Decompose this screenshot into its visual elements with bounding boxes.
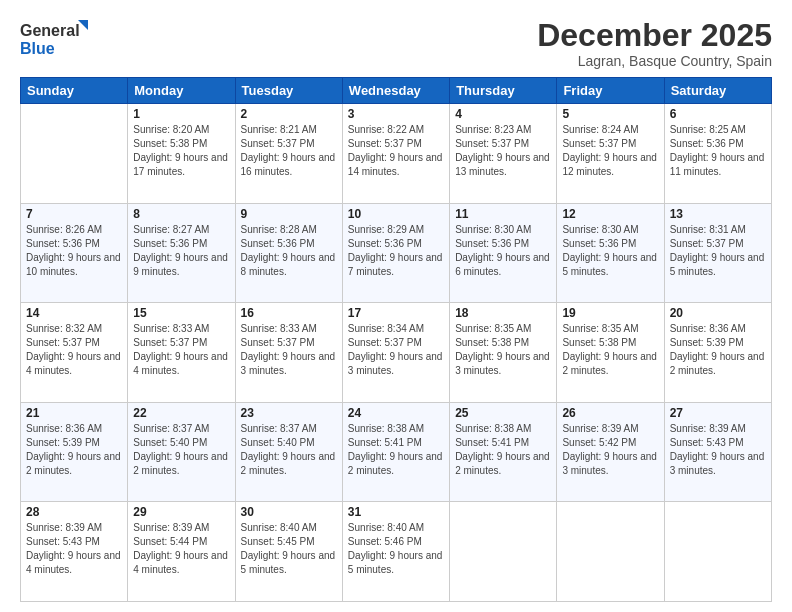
cell-content: Sunrise: 8:33 AMSunset: 5:37 PMDaylight:…	[133, 322, 229, 378]
calendar-cell: 25Sunrise: 8:38 AMSunset: 5:41 PMDayligh…	[450, 402, 557, 502]
day-number: 3	[348, 107, 444, 121]
calendar-cell: 2Sunrise: 8:21 AMSunset: 5:37 PMDaylight…	[235, 104, 342, 204]
cell-content: Sunrise: 8:39 AMSunset: 5:43 PMDaylight:…	[670, 422, 766, 478]
calendar-cell: 27Sunrise: 8:39 AMSunset: 5:43 PMDayligh…	[664, 402, 771, 502]
svg-text:General: General	[20, 22, 80, 39]
page: GeneralBlue December 2025 Lagran, Basque…	[0, 0, 792, 612]
calendar-cell: 10Sunrise: 8:29 AMSunset: 5:36 PMDayligh…	[342, 203, 449, 303]
calendar-cell: 19Sunrise: 8:35 AMSunset: 5:38 PMDayligh…	[557, 303, 664, 403]
day-number: 1	[133, 107, 229, 121]
cell-content: Sunrise: 8:32 AMSunset: 5:37 PMDaylight:…	[26, 322, 122, 378]
header-day: Saturday	[664, 78, 771, 104]
calendar-cell: 9Sunrise: 8:28 AMSunset: 5:36 PMDaylight…	[235, 203, 342, 303]
week-row: 1Sunrise: 8:20 AMSunset: 5:38 PMDaylight…	[21, 104, 772, 204]
calendar-cell: 7Sunrise: 8:26 AMSunset: 5:36 PMDaylight…	[21, 203, 128, 303]
day-number: 12	[562, 207, 658, 221]
day-number: 25	[455, 406, 551, 420]
day-number: 22	[133, 406, 229, 420]
calendar-cell: 5Sunrise: 8:24 AMSunset: 5:37 PMDaylight…	[557, 104, 664, 204]
calendar-cell: 11Sunrise: 8:30 AMSunset: 5:36 PMDayligh…	[450, 203, 557, 303]
cell-content: Sunrise: 8:26 AMSunset: 5:36 PMDaylight:…	[26, 223, 122, 279]
calendar-cell	[557, 502, 664, 602]
day-number: 20	[670, 306, 766, 320]
day-number: 24	[348, 406, 444, 420]
cell-content: Sunrise: 8:24 AMSunset: 5:37 PMDaylight:…	[562, 123, 658, 179]
cell-content: Sunrise: 8:40 AMSunset: 5:46 PMDaylight:…	[348, 521, 444, 577]
calendar-cell	[450, 502, 557, 602]
cell-content: Sunrise: 8:38 AMSunset: 5:41 PMDaylight:…	[455, 422, 551, 478]
day-number: 11	[455, 207, 551, 221]
calendar-cell: 16Sunrise: 8:33 AMSunset: 5:37 PMDayligh…	[235, 303, 342, 403]
day-number: 7	[26, 207, 122, 221]
calendar-cell: 23Sunrise: 8:37 AMSunset: 5:40 PMDayligh…	[235, 402, 342, 502]
header-day: Wednesday	[342, 78, 449, 104]
header-day: Sunday	[21, 78, 128, 104]
cell-content: Sunrise: 8:35 AMSunset: 5:38 PMDaylight:…	[562, 322, 658, 378]
logo-svg: GeneralBlue	[20, 18, 90, 58]
header-day: Friday	[557, 78, 664, 104]
cell-content: Sunrise: 8:30 AMSunset: 5:36 PMDaylight:…	[562, 223, 658, 279]
day-number: 10	[348, 207, 444, 221]
cell-content: Sunrise: 8:23 AMSunset: 5:37 PMDaylight:…	[455, 123, 551, 179]
header-row: SundayMondayTuesdayWednesdayThursdayFrid…	[21, 78, 772, 104]
day-number: 21	[26, 406, 122, 420]
calendar-cell: 17Sunrise: 8:34 AMSunset: 5:37 PMDayligh…	[342, 303, 449, 403]
calendar-cell: 26Sunrise: 8:39 AMSunset: 5:42 PMDayligh…	[557, 402, 664, 502]
header-day: Thursday	[450, 78, 557, 104]
location: Lagran, Basque Country, Spain	[537, 53, 772, 69]
day-number: 9	[241, 207, 337, 221]
day-number: 15	[133, 306, 229, 320]
cell-content: Sunrise: 8:21 AMSunset: 5:37 PMDaylight:…	[241, 123, 337, 179]
calendar-cell: 13Sunrise: 8:31 AMSunset: 5:37 PMDayligh…	[664, 203, 771, 303]
day-number: 27	[670, 406, 766, 420]
calendar-cell: 21Sunrise: 8:36 AMSunset: 5:39 PMDayligh…	[21, 402, 128, 502]
cell-content: Sunrise: 8:39 AMSunset: 5:44 PMDaylight:…	[133, 521, 229, 577]
day-number: 2	[241, 107, 337, 121]
month-title: December 2025	[537, 18, 772, 53]
header-day: Tuesday	[235, 78, 342, 104]
calendar: SundayMondayTuesdayWednesdayThursdayFrid…	[20, 77, 772, 602]
day-number: 6	[670, 107, 766, 121]
day-number: 16	[241, 306, 337, 320]
cell-content: Sunrise: 8:31 AMSunset: 5:37 PMDaylight:…	[670, 223, 766, 279]
day-number: 14	[26, 306, 122, 320]
calendar-cell: 4Sunrise: 8:23 AMSunset: 5:37 PMDaylight…	[450, 104, 557, 204]
calendar-cell: 3Sunrise: 8:22 AMSunset: 5:37 PMDaylight…	[342, 104, 449, 204]
calendar-cell	[21, 104, 128, 204]
cell-content: Sunrise: 8:36 AMSunset: 5:39 PMDaylight:…	[670, 322, 766, 378]
week-row: 28Sunrise: 8:39 AMSunset: 5:43 PMDayligh…	[21, 502, 772, 602]
week-row: 7Sunrise: 8:26 AMSunset: 5:36 PMDaylight…	[21, 203, 772, 303]
cell-content: Sunrise: 8:33 AMSunset: 5:37 PMDaylight:…	[241, 322, 337, 378]
svg-text:Blue: Blue	[20, 40, 55, 57]
header: GeneralBlue December 2025 Lagran, Basque…	[20, 18, 772, 69]
calendar-cell	[664, 502, 771, 602]
cell-content: Sunrise: 8:28 AMSunset: 5:36 PMDaylight:…	[241, 223, 337, 279]
day-number: 8	[133, 207, 229, 221]
cell-content: Sunrise: 8:40 AMSunset: 5:45 PMDaylight:…	[241, 521, 337, 577]
day-number: 18	[455, 306, 551, 320]
day-number: 30	[241, 505, 337, 519]
cell-content: Sunrise: 8:29 AMSunset: 5:36 PMDaylight:…	[348, 223, 444, 279]
cell-content: Sunrise: 8:22 AMSunset: 5:37 PMDaylight:…	[348, 123, 444, 179]
week-row: 21Sunrise: 8:36 AMSunset: 5:39 PMDayligh…	[21, 402, 772, 502]
day-number: 19	[562, 306, 658, 320]
calendar-cell: 24Sunrise: 8:38 AMSunset: 5:41 PMDayligh…	[342, 402, 449, 502]
calendar-cell: 12Sunrise: 8:30 AMSunset: 5:36 PMDayligh…	[557, 203, 664, 303]
day-number: 4	[455, 107, 551, 121]
calendar-cell: 20Sunrise: 8:36 AMSunset: 5:39 PMDayligh…	[664, 303, 771, 403]
cell-content: Sunrise: 8:20 AMSunset: 5:38 PMDaylight:…	[133, 123, 229, 179]
cell-content: Sunrise: 8:25 AMSunset: 5:36 PMDaylight:…	[670, 123, 766, 179]
calendar-cell: 6Sunrise: 8:25 AMSunset: 5:36 PMDaylight…	[664, 104, 771, 204]
cell-content: Sunrise: 8:39 AMSunset: 5:43 PMDaylight:…	[26, 521, 122, 577]
calendar-cell: 1Sunrise: 8:20 AMSunset: 5:38 PMDaylight…	[128, 104, 235, 204]
cell-content: Sunrise: 8:27 AMSunset: 5:36 PMDaylight:…	[133, 223, 229, 279]
logo: GeneralBlue	[20, 18, 90, 58]
title-block: December 2025 Lagran, Basque Country, Sp…	[537, 18, 772, 69]
cell-content: Sunrise: 8:36 AMSunset: 5:39 PMDaylight:…	[26, 422, 122, 478]
week-row: 14Sunrise: 8:32 AMSunset: 5:37 PMDayligh…	[21, 303, 772, 403]
day-number: 31	[348, 505, 444, 519]
calendar-cell: 14Sunrise: 8:32 AMSunset: 5:37 PMDayligh…	[21, 303, 128, 403]
day-number: 23	[241, 406, 337, 420]
calendar-cell: 29Sunrise: 8:39 AMSunset: 5:44 PMDayligh…	[128, 502, 235, 602]
cell-content: Sunrise: 8:34 AMSunset: 5:37 PMDaylight:…	[348, 322, 444, 378]
